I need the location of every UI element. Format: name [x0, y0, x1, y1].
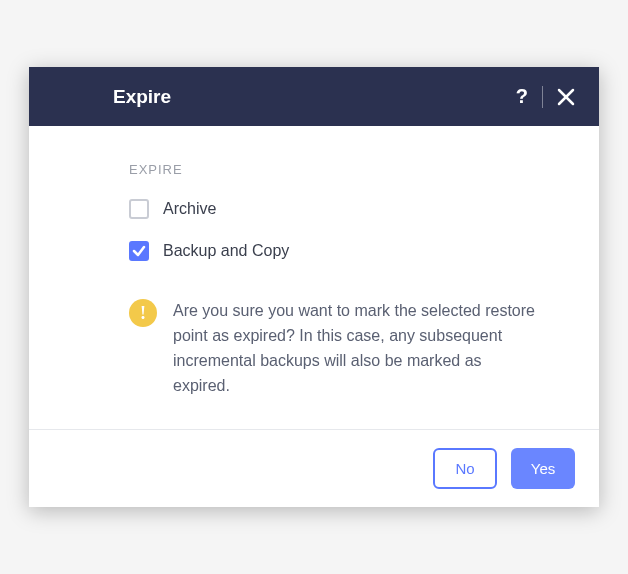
checkbox-archive-label: Archive: [163, 200, 216, 218]
warning-text: Are you sure you want to mark the select…: [173, 299, 535, 398]
warning-icon: !: [129, 299, 157, 327]
checkbox-archive[interactable]: [129, 199, 149, 219]
header-actions: ?: [516, 85, 575, 108]
close-icon[interactable]: [557, 88, 575, 106]
no-button[interactable]: No: [433, 448, 497, 489]
dialog-header: Expire ?: [29, 67, 599, 126]
checkbox-backup-and-copy[interactable]: [129, 241, 149, 261]
option-backup-and-copy[interactable]: Backup and Copy: [129, 241, 575, 261]
dialog-body: EXPIRE Archive Backup and Copy ! Are you…: [29, 126, 599, 428]
header-divider: [542, 86, 543, 108]
help-icon[interactable]: ?: [516, 85, 528, 108]
dialog-footer: No Yes: [29, 429, 599, 507]
dialog-title: Expire: [53, 86, 516, 108]
section-label: EXPIRE: [129, 162, 575, 177]
expire-dialog: Expire ? EXPIRE Archive Backup and Co: [29, 67, 599, 506]
warning-row: ! Are you sure you want to mark the sele…: [129, 299, 575, 398]
yes-button[interactable]: Yes: [511, 448, 575, 489]
option-archive[interactable]: Archive: [129, 199, 575, 219]
checkbox-backup-and-copy-label: Backup and Copy: [163, 242, 289, 260]
